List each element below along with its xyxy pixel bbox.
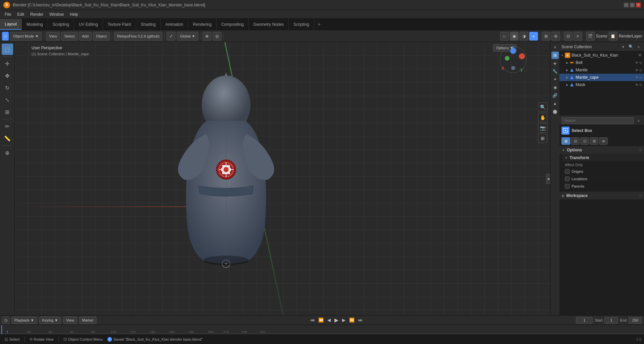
editor-type-icon[interactable]: ⊡ xyxy=(564,32,573,41)
props-options-icon[interactable]: ≡ xyxy=(635,117,642,124)
ortho-btn[interactable]: ⊞ xyxy=(538,134,547,143)
origins-checkbox[interactable] xyxy=(565,169,570,174)
global-dropdown[interactable]: Global ▼ xyxy=(177,32,198,41)
bottom-rotate-btn[interactable]: ⊙ Rotate View xyxy=(28,336,56,342)
tool-measure[interactable]: 📏 xyxy=(2,133,13,144)
add-menu[interactable]: Add xyxy=(79,32,92,41)
window-controls[interactable]: ─ □ ✕ xyxy=(624,3,641,7)
bottom-context-btn[interactable]: ◳ Object Context Menu xyxy=(61,336,105,342)
retopo-btn[interactable]: RetopoFlow 3.2.6 (github) xyxy=(114,32,163,41)
viewport-gizmo[interactable]: Z X Y xyxy=(500,46,530,76)
physics-icon[interactable]: ◉ xyxy=(551,84,559,91)
mantle-eye-icon[interactable]: 👁 xyxy=(635,68,639,72)
data-icon[interactable]: ▲ xyxy=(551,100,559,107)
outline-item-mantle-cape[interactable]: ▶ Mantle_cape 👁 ⊙ xyxy=(559,74,644,81)
next-frame-btn[interactable]: ▶ xyxy=(341,317,347,323)
tab-geometry-nodes[interactable]: Geometry Nodes xyxy=(249,19,289,30)
mode-btn-4[interactable]: ⊠ xyxy=(590,137,598,145)
material-icon[interactable]: ⬤ xyxy=(551,108,559,115)
snap-icon[interactable]: ⊕ xyxy=(203,32,211,41)
center-ball[interactable] xyxy=(511,66,515,70)
tool-move[interactable]: ✥ xyxy=(2,70,13,81)
tab-modeling[interactable]: Modeling xyxy=(22,19,48,30)
gizmo-icon[interactable]: ⊛ xyxy=(551,32,560,41)
close-button[interactable]: ✕ xyxy=(636,3,641,7)
viewport[interactable]: User Perspective (1) Scene Collection | … xyxy=(15,42,550,315)
proportional-icon[interactable]: ◎ xyxy=(213,32,221,41)
tab-scripting[interactable]: Scripting xyxy=(289,19,314,30)
menu-file[interactable]: File xyxy=(2,11,14,17)
outline-item-mantle[interactable]: ▶ Mantle 👁 ⊙ xyxy=(559,66,644,74)
z-axis-ball[interactable] xyxy=(510,48,516,54)
bottom-select-btn[interactable]: ◱ Select xyxy=(3,336,22,342)
options-menu-icon[interactable]: ≡ xyxy=(639,148,641,152)
mode-dropdown[interactable]: Object Mode ▼ xyxy=(10,32,42,41)
menu-edit[interactable]: Edit xyxy=(14,11,27,17)
tab-texture-paint[interactable]: Texture Paint xyxy=(103,19,136,30)
overlay-icon[interactable]: ⊞ xyxy=(542,32,550,41)
tool-cursor[interactable]: ✛ xyxy=(2,58,13,69)
tool-transform[interactable]: ⊞ xyxy=(2,106,13,118)
maximize-button[interactable]: □ xyxy=(630,3,635,7)
current-frame-input[interactable] xyxy=(576,317,593,324)
transform-icon[interactable]: ⤢ xyxy=(167,32,175,41)
mask-cam-icon[interactable]: ⊙ xyxy=(639,83,642,87)
belt-eye-icon[interactable]: 👁 xyxy=(635,61,639,65)
shading-material[interactable]: ◑ xyxy=(520,32,528,41)
transform-header[interactable]: Transform xyxy=(562,154,644,161)
render-layer-icon[interactable]: 📋 xyxy=(609,32,618,41)
workspace-menu-icon[interactable]: ≡ xyxy=(639,194,641,197)
mantle-cape-eye-icon[interactable]: 👁 xyxy=(635,76,639,79)
mode-btn-5[interactable]: ⊗ xyxy=(599,137,608,145)
workspace-header[interactable]: Workspace ≡ xyxy=(559,192,644,200)
scene-dropdown[interactable]: ≡ xyxy=(574,32,582,41)
outline-item-belt[interactable]: ▶ Belt 👁 ⊙ xyxy=(559,59,644,66)
y-axis-ball[interactable] xyxy=(505,56,509,61)
tab-layout[interactable]: Layout xyxy=(0,19,22,30)
eye-icon[interactable]: 👁 xyxy=(638,53,642,58)
select-menu[interactable]: Select xyxy=(61,32,78,41)
shading-wire[interactable]: □ xyxy=(500,32,509,41)
prev-frame-btn[interactable]: ◀ xyxy=(326,317,332,323)
n-panel-toggle[interactable]: ◀ xyxy=(546,174,550,184)
shading-render[interactable]: ● xyxy=(529,32,538,41)
tool-scale[interactable]: ⤡ xyxy=(2,94,13,106)
locations-checkbox[interactable] xyxy=(565,177,570,181)
tab-uv-editing[interactable]: UV Editing xyxy=(74,19,103,30)
belt-cam-icon[interactable]: ⊙ xyxy=(639,61,642,65)
options-section-header[interactable]: Options ≡ xyxy=(559,146,644,154)
toolbar-mode-icon[interactable]: ⊙ xyxy=(2,32,9,41)
jump-end-btn[interactable]: ⏭ xyxy=(357,317,364,323)
tool-rotate[interactable]: ↻ xyxy=(2,82,13,93)
tab-sculpting[interactable]: Sculpting xyxy=(48,19,74,30)
mantle-cape-cam-icon[interactable]: ⊙ xyxy=(639,76,642,79)
jump-start-btn[interactable]: ⏮ xyxy=(309,317,316,323)
playback-btn[interactable]: Playback ▼ xyxy=(11,317,37,324)
mode-btn-1[interactable]: ⊞ xyxy=(561,137,570,145)
shading-solid[interactable]: ◉ xyxy=(510,32,519,41)
keying-btn[interactable]: Keying ▼ xyxy=(39,317,61,324)
tab-compositing[interactable]: Compositing xyxy=(217,19,249,30)
start-frame-input[interactable] xyxy=(604,317,618,324)
view-menu[interactable]: View xyxy=(46,32,60,41)
particle-icon[interactable]: ✦ xyxy=(551,76,559,83)
tool-select[interactable]: ⬚ xyxy=(2,44,13,55)
pan-btn[interactable]: ✋ xyxy=(538,113,547,122)
gizmo-circle[interactable]: Z X Y xyxy=(500,46,527,73)
object-menu[interactable]: Object xyxy=(93,32,110,41)
play-btn[interactable]: ▶ xyxy=(333,316,340,324)
outliner-options-icon[interactable]: ≡ xyxy=(635,44,642,50)
tab-rendering[interactable]: Rendering xyxy=(188,19,216,30)
mask-eye-icon[interactable]: 👁 xyxy=(635,83,639,87)
tool-add-obj[interactable]: ⊕ xyxy=(2,147,13,158)
menu-window[interactable]: Window xyxy=(47,11,66,17)
prev-key-btn[interactable]: ⏪ xyxy=(317,317,325,323)
props-search-input[interactable] xyxy=(561,117,634,124)
scene-icon[interactable]: 🎬 xyxy=(586,32,595,41)
zoom-in-btn[interactable]: 🔍 xyxy=(538,102,547,112)
properties-icon[interactable]: ⊞ xyxy=(551,52,559,59)
marker-btn[interactable]: Marker xyxy=(79,317,97,324)
mantle-cam-icon[interactable]: ⊙ xyxy=(639,68,642,72)
next-key-btn[interactable]: ⏩ xyxy=(348,317,356,323)
outliner-filter-icon[interactable]: ▼ xyxy=(620,44,627,50)
